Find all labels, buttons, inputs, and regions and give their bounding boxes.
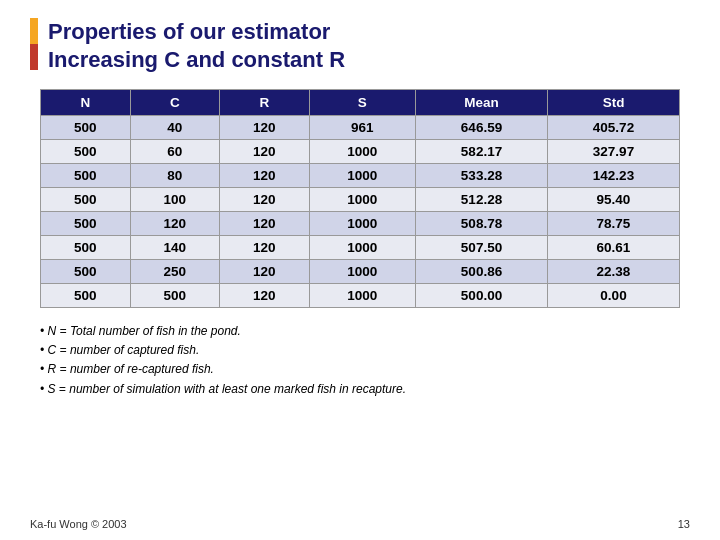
table-row: 5005001201000500.000.00 bbox=[41, 284, 680, 308]
cell-r0-c1: 40 bbox=[130, 116, 220, 140]
cell-r7-c5: 0.00 bbox=[548, 284, 680, 308]
cell-r4-c1: 120 bbox=[130, 212, 220, 236]
copyright: Ka-fu Wong © 2003 bbox=[30, 518, 127, 530]
page-number: 13 bbox=[678, 518, 690, 530]
cell-r4-c5: 78.75 bbox=[548, 212, 680, 236]
accent-top bbox=[30, 18, 38, 44]
cell-r7-c2: 120 bbox=[220, 284, 310, 308]
cell-r1-c2: 120 bbox=[220, 140, 310, 164]
cell-r6-c5: 22.38 bbox=[548, 260, 680, 284]
table-row: 500601201000582.17327.97 bbox=[41, 140, 680, 164]
table-container: NCRSMeanStd 50040120961646.59405.7250060… bbox=[40, 89, 680, 308]
cell-r2-c0: 500 bbox=[41, 164, 131, 188]
cell-r0-c0: 500 bbox=[41, 116, 131, 140]
cell-r6-c1: 250 bbox=[130, 260, 220, 284]
title-line-2: Increasing C and constant R bbox=[48, 46, 345, 74]
footer: Ka-fu Wong © 2003 13 bbox=[30, 518, 690, 530]
table-row: 5002501201000500.8622.38 bbox=[41, 260, 680, 284]
cell-r6-c4: 500.86 bbox=[416, 260, 548, 284]
col-header-mean: Mean bbox=[416, 90, 548, 116]
col-header-std: Std bbox=[548, 90, 680, 116]
title-line-1: Properties of our estimator bbox=[48, 18, 345, 46]
cell-r5-c1: 140 bbox=[130, 236, 220, 260]
cell-r6-c2: 120 bbox=[220, 260, 310, 284]
cell-r2-c2: 120 bbox=[220, 164, 310, 188]
cell-r3-c5: 95.40 bbox=[548, 188, 680, 212]
note-item: • S = number of simulation with at least… bbox=[40, 380, 690, 399]
cell-r3-c2: 120 bbox=[220, 188, 310, 212]
cell-r5-c5: 60.61 bbox=[548, 236, 680, 260]
cell-r1-c4: 582.17 bbox=[416, 140, 548, 164]
title-block: Properties of our estimator Increasing C… bbox=[48, 18, 345, 73]
cell-r7-c0: 500 bbox=[41, 284, 131, 308]
cell-r3-c3: 1000 bbox=[309, 188, 416, 212]
cell-r2-c1: 80 bbox=[130, 164, 220, 188]
cell-r5-c4: 507.50 bbox=[416, 236, 548, 260]
note-item: • N = Total number of fish in the pond. bbox=[40, 322, 690, 341]
page: Properties of our estimator Increasing C… bbox=[0, 0, 720, 540]
table-row: 5001401201000507.5060.61 bbox=[41, 236, 680, 260]
cell-r5-c0: 500 bbox=[41, 236, 131, 260]
cell-r0-c4: 646.59 bbox=[416, 116, 548, 140]
cell-r7-c1: 500 bbox=[130, 284, 220, 308]
cell-r4-c3: 1000 bbox=[309, 212, 416, 236]
col-header-c: C bbox=[130, 90, 220, 116]
cell-r1-c5: 327.97 bbox=[548, 140, 680, 164]
cell-r1-c3: 1000 bbox=[309, 140, 416, 164]
cell-r4-c0: 500 bbox=[41, 212, 131, 236]
table-row: 5001001201000512.2895.40 bbox=[41, 188, 680, 212]
cell-r6-c0: 500 bbox=[41, 260, 131, 284]
cell-r1-c1: 60 bbox=[130, 140, 220, 164]
col-header-s: S bbox=[309, 90, 416, 116]
header-section: Properties of our estimator Increasing C… bbox=[30, 18, 690, 73]
note-item: • R = number of re-captured fish. bbox=[40, 360, 690, 379]
note-item: • C = number of captured fish. bbox=[40, 341, 690, 360]
table-row: 5001201201000508.7878.75 bbox=[41, 212, 680, 236]
cell-r3-c4: 512.28 bbox=[416, 188, 548, 212]
table-header-row: NCRSMeanStd bbox=[41, 90, 680, 116]
cell-r4-c4: 508.78 bbox=[416, 212, 548, 236]
cell-r0-c5: 405.72 bbox=[548, 116, 680, 140]
cell-r5-c2: 120 bbox=[220, 236, 310, 260]
col-header-n: N bbox=[41, 90, 131, 116]
data-table: NCRSMeanStd 50040120961646.59405.7250060… bbox=[40, 89, 680, 308]
cell-r0-c2: 120 bbox=[220, 116, 310, 140]
notes-section: • N = Total number of fish in the pond.•… bbox=[40, 322, 690, 399]
col-header-r: R bbox=[220, 90, 310, 116]
cell-r7-c4: 500.00 bbox=[416, 284, 548, 308]
cell-r3-c0: 500 bbox=[41, 188, 131, 212]
table-row: 50040120961646.59405.72 bbox=[41, 116, 680, 140]
cell-r2-c5: 142.23 bbox=[548, 164, 680, 188]
table-body: 50040120961646.59405.72500601201000582.1… bbox=[41, 116, 680, 308]
cell-r2-c4: 533.28 bbox=[416, 164, 548, 188]
cell-r1-c0: 500 bbox=[41, 140, 131, 164]
table-row: 500801201000533.28142.23 bbox=[41, 164, 680, 188]
cell-r4-c2: 120 bbox=[220, 212, 310, 236]
cell-r5-c3: 1000 bbox=[309, 236, 416, 260]
cell-r6-c3: 1000 bbox=[309, 260, 416, 284]
cell-r7-c3: 1000 bbox=[309, 284, 416, 308]
accent-bottom bbox=[30, 44, 38, 70]
cell-r2-c3: 1000 bbox=[309, 164, 416, 188]
cell-r0-c3: 961 bbox=[309, 116, 416, 140]
cell-r3-c1: 100 bbox=[130, 188, 220, 212]
accent-bar bbox=[30, 18, 38, 70]
